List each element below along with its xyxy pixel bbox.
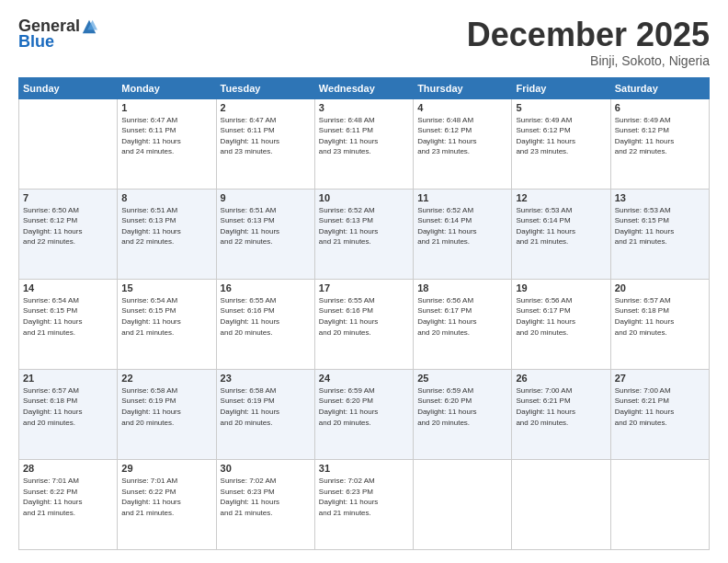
- calendar-cell: 19Sunrise: 6:56 AM Sunset: 6:17 PM Dayli…: [512, 279, 610, 369]
- day-number: 2: [221, 102, 311, 113]
- calendar-cell: 3Sunrise: 6:48 AM Sunset: 6:11 PM Daylig…: [314, 98, 413, 189]
- day-number: 10: [319, 192, 409, 203]
- day-number: 31: [319, 463, 409, 474]
- week-row-4: 21Sunrise: 6:57 AM Sunset: 6:18 PM Dayli…: [19, 369, 710, 459]
- cell-content: Sunrise: 6:53 AM Sunset: 6:14 PM Dayligh…: [516, 205, 606, 247]
- cell-content: Sunrise: 6:47 AM Sunset: 6:11 PM Dayligh…: [121, 115, 211, 157]
- cell-content: Sunrise: 6:54 AM Sunset: 6:15 PM Dayligh…: [121, 295, 211, 338]
- day-number: 24: [319, 373, 409, 384]
- calendar-cell: [610, 459, 709, 549]
- calendar-cell: 18Sunrise: 6:56 AM Sunset: 6:17 PM Dayli…: [414, 279, 512, 369]
- day-number: 5: [516, 102, 606, 113]
- col-header-wednesday: Wednesday: [314, 77, 413, 98]
- calendar-cell: [19, 98, 118, 189]
- calendar-cell: [414, 459, 512, 549]
- day-number: 29: [121, 463, 211, 474]
- week-row-1: 1Sunrise: 6:47 AM Sunset: 6:11 PM Daylig…: [19, 98, 710, 189]
- calendar-cell: [512, 459, 610, 549]
- day-number: 19: [516, 282, 606, 293]
- cell-content: Sunrise: 6:53 AM Sunset: 6:15 PM Dayligh…: [615, 205, 705, 247]
- calendar-table: SundayMondayTuesdayWednesdayThursdayFrid…: [18, 77, 710, 550]
- day-number: 12: [516, 192, 606, 203]
- day-number: 8: [121, 192, 211, 203]
- cell-content: Sunrise: 6:49 AM Sunset: 6:12 PM Dayligh…: [516, 115, 606, 157]
- cell-content: Sunrise: 6:56 AM Sunset: 6:17 PM Dayligh…: [417, 295, 507, 338]
- calendar-cell: 22Sunrise: 6:58 AM Sunset: 6:19 PM Dayli…: [118, 369, 216, 459]
- calendar-cell: 16Sunrise: 6:55 AM Sunset: 6:16 PM Dayli…: [216, 279, 314, 369]
- day-number: 4: [417, 102, 507, 113]
- cell-content: Sunrise: 6:48 AM Sunset: 6:12 PM Dayligh…: [417, 115, 507, 157]
- cell-content: Sunrise: 6:49 AM Sunset: 6:12 PM Dayligh…: [615, 115, 705, 157]
- calendar-cell: 6Sunrise: 6:49 AM Sunset: 6:12 PM Daylig…: [610, 98, 709, 189]
- calendar-cell: 11Sunrise: 6:52 AM Sunset: 6:14 PM Dayli…: [414, 189, 512, 279]
- calendar-cell: 4Sunrise: 6:48 AM Sunset: 6:12 PM Daylig…: [414, 98, 512, 189]
- title-area: December 2025 Binji, Sokoto, Nigeria: [467, 17, 710, 68]
- cell-content: Sunrise: 6:50 AM Sunset: 6:12 PM Dayligh…: [23, 205, 113, 247]
- calendar-cell: 2Sunrise: 6:47 AM Sunset: 6:11 PM Daylig…: [216, 98, 314, 189]
- calendar-cell: 28Sunrise: 7:01 AM Sunset: 6:22 PM Dayli…: [19, 459, 118, 549]
- cell-content: Sunrise: 7:02 AM Sunset: 6:23 PM Dayligh…: [319, 476, 409, 518]
- cell-content: Sunrise: 6:57 AM Sunset: 6:18 PM Dayligh…: [615, 295, 705, 338]
- cell-content: Sunrise: 6:52 AM Sunset: 6:14 PM Dayligh…: [417, 205, 507, 247]
- day-number: 3: [319, 102, 409, 113]
- day-number: 17: [319, 282, 409, 293]
- logo: General Blue: [18, 17, 97, 52]
- col-header-friday: Friday: [512, 77, 610, 98]
- header-row: SundayMondayTuesdayWednesdayThursdayFrid…: [19, 77, 710, 98]
- cell-content: Sunrise: 7:00 AM Sunset: 6:21 PM Dayligh…: [615, 385, 705, 428]
- cell-content: Sunrise: 6:55 AM Sunset: 6:16 PM Dayligh…: [319, 295, 409, 338]
- logo-icon: [81, 18, 97, 35]
- day-number: 20: [615, 282, 705, 293]
- day-number: 22: [121, 373, 211, 384]
- header: General Blue December 2025 Binji, Sokoto…: [18, 17, 710, 68]
- calendar-cell: 12Sunrise: 6:53 AM Sunset: 6:14 PM Dayli…: [512, 189, 610, 279]
- day-number: 21: [23, 373, 113, 384]
- cell-content: Sunrise: 7:01 AM Sunset: 6:22 PM Dayligh…: [121, 476, 211, 518]
- day-number: 9: [221, 192, 311, 203]
- calendar-cell: 17Sunrise: 6:55 AM Sunset: 6:16 PM Dayli…: [314, 279, 413, 369]
- cell-content: Sunrise: 6:52 AM Sunset: 6:13 PM Dayligh…: [319, 205, 409, 247]
- cell-content: Sunrise: 6:57 AM Sunset: 6:18 PM Dayligh…: [23, 385, 113, 428]
- calendar-cell: 14Sunrise: 6:54 AM Sunset: 6:15 PM Dayli…: [19, 279, 118, 369]
- cell-content: Sunrise: 7:01 AM Sunset: 6:22 PM Dayligh…: [23, 476, 113, 518]
- calendar-cell: 13Sunrise: 6:53 AM Sunset: 6:15 PM Dayli…: [610, 189, 709, 279]
- cell-content: Sunrise: 6:59 AM Sunset: 6:20 PM Dayligh…: [319, 385, 409, 428]
- location: Binji, Sokoto, Nigeria: [467, 53, 710, 68]
- calendar-cell: 26Sunrise: 7:00 AM Sunset: 6:21 PM Dayli…: [512, 369, 610, 459]
- calendar-cell: 25Sunrise: 6:59 AM Sunset: 6:20 PM Dayli…: [414, 369, 512, 459]
- calendar-cell: 20Sunrise: 6:57 AM Sunset: 6:18 PM Dayli…: [610, 279, 709, 369]
- day-number: 23: [221, 373, 311, 384]
- calendar-cell: 24Sunrise: 6:59 AM Sunset: 6:20 PM Dayli…: [314, 369, 413, 459]
- calendar-cell: 15Sunrise: 6:54 AM Sunset: 6:15 PM Dayli…: [118, 279, 216, 369]
- cell-content: Sunrise: 6:59 AM Sunset: 6:20 PM Dayligh…: [417, 385, 507, 428]
- day-number: 27: [615, 373, 705, 384]
- week-row-5: 28Sunrise: 7:01 AM Sunset: 6:22 PM Dayli…: [19, 459, 710, 549]
- logo-blue: Blue: [18, 32, 54, 52]
- col-header-monday: Monday: [118, 77, 216, 98]
- day-number: 1: [121, 102, 211, 113]
- calendar-cell: 27Sunrise: 7:00 AM Sunset: 6:21 PM Dayli…: [610, 369, 709, 459]
- week-row-2: 7Sunrise: 6:50 AM Sunset: 6:12 PM Daylig…: [19, 189, 710, 279]
- week-row-3: 14Sunrise: 6:54 AM Sunset: 6:15 PM Dayli…: [19, 279, 710, 369]
- calendar-cell: 29Sunrise: 7:01 AM Sunset: 6:22 PM Dayli…: [118, 459, 216, 549]
- cell-content: Sunrise: 6:58 AM Sunset: 6:19 PM Dayligh…: [121, 385, 211, 428]
- cell-content: Sunrise: 6:58 AM Sunset: 6:19 PM Dayligh…: [221, 385, 311, 428]
- cell-content: Sunrise: 6:48 AM Sunset: 6:11 PM Dayligh…: [319, 115, 409, 157]
- calendar-cell: 7Sunrise: 6:50 AM Sunset: 6:12 PM Daylig…: [19, 189, 118, 279]
- calendar-cell: 5Sunrise: 6:49 AM Sunset: 6:12 PM Daylig…: [512, 98, 610, 189]
- calendar-cell: 23Sunrise: 6:58 AM Sunset: 6:19 PM Dayli…: [216, 369, 314, 459]
- calendar-cell: 30Sunrise: 7:02 AM Sunset: 6:23 PM Dayli…: [216, 459, 314, 549]
- day-number: 15: [121, 282, 211, 293]
- day-number: 16: [221, 282, 311, 293]
- cell-content: Sunrise: 6:54 AM Sunset: 6:15 PM Dayligh…: [23, 295, 113, 338]
- calendar-cell: 31Sunrise: 7:02 AM Sunset: 6:23 PM Dayli…: [314, 459, 413, 549]
- day-number: 28: [23, 463, 113, 474]
- col-header-thursday: Thursday: [414, 77, 512, 98]
- cell-content: Sunrise: 7:02 AM Sunset: 6:23 PM Dayligh…: [221, 476, 311, 518]
- cell-content: Sunrise: 6:55 AM Sunset: 6:16 PM Dayligh…: [221, 295, 311, 338]
- cell-content: Sunrise: 6:47 AM Sunset: 6:11 PM Dayligh…: [221, 115, 311, 157]
- calendar-cell: 10Sunrise: 6:52 AM Sunset: 6:13 PM Dayli…: [314, 189, 413, 279]
- day-number: 6: [615, 102, 705, 113]
- col-header-sunday: Sunday: [19, 77, 118, 98]
- day-number: 13: [615, 192, 705, 203]
